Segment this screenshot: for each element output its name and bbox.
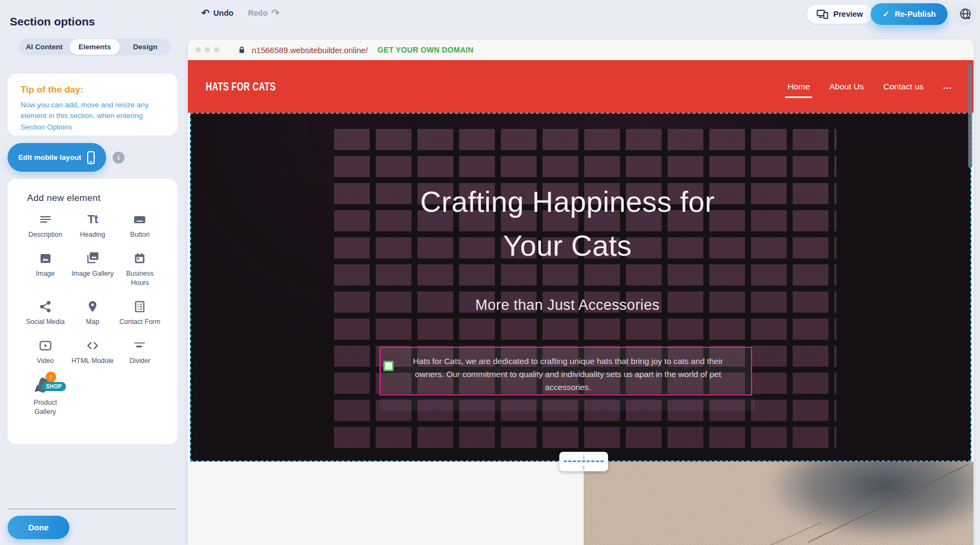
- add-element-product-gallery[interactable]: SHOP Product Gallery: [22, 376, 69, 417]
- hero-title: Crafting Happiness for Your Cats: [224, 180, 911, 268]
- add-element-image[interactable]: Image: [22, 250, 69, 288]
- sidebar-tabbar: AI Content Elements Design: [19, 38, 171, 55]
- image-gallery-icon: [85, 250, 100, 265]
- share-icon: [38, 299, 53, 314]
- hero-title-line1: Crafting Happiness for: [224, 180, 911, 224]
- add-element-label: Contact Form: [119, 317, 160, 327]
- add-element-button[interactable]: Button: [116, 211, 164, 239]
- page-title: Section options: [10, 15, 95, 28]
- undo-icon: [201, 7, 210, 19]
- url-text[interactable]: n1566589.websitebuilder.online/: [252, 46, 368, 55]
- hero-paragraph: Hats for Cats, we are dedicated to craft…: [399, 355, 737, 394]
- check-icon: [883, 9, 890, 19]
- republish-label: Re-Publish: [895, 10, 936, 18]
- language-globe-button[interactable]: [954, 3, 977, 25]
- browser-dot: [195, 47, 201, 53]
- code-icon: [85, 338, 100, 353]
- add-element-divider[interactable]: Divider: [116, 338, 164, 366]
- selected-paragraph-element[interactable]: Hats for Cats, we are dedicated to craft…: [380, 347, 752, 395]
- hero-section[interactable]: Crafting Happiness for Your Cats More th…: [190, 113, 971, 462]
- next-section-white-area: [188, 462, 584, 545]
- app-window: Section options Undo Redo Preview Re-Pub…: [0, 0, 980, 545]
- arrow-down-icon: [582, 451, 586, 459]
- nav-item-contact-us[interactable]: Contact us: [884, 82, 924, 92]
- add-element-label: Divider: [129, 356, 151, 366]
- add-element-grid: Description Heading Button Image: [8, 211, 178, 417]
- lock-icon: [237, 45, 246, 55]
- photo-shadow-blob: [768, 462, 974, 540]
- add-element-label: Social Media: [26, 317, 65, 327]
- edit-mobile-label: Edit mobile layout: [18, 153, 81, 161]
- smartphone-icon: [87, 151, 95, 165]
- info-button[interactable]: [113, 152, 125, 164]
- add-element-label: Description: [28, 230, 62, 239]
- form-icon: [133, 299, 147, 314]
- photo-crack-line: [762, 522, 822, 545]
- browser-dot: [205, 47, 210, 53]
- browser-bar: n1566589.websitebuilder.online/ GET YOUR…: [188, 40, 974, 60]
- redo-button[interactable]: Redo: [248, 7, 279, 19]
- site-header: HATS FOR CATS Home About Us Contact us .…: [188, 60, 974, 113]
- add-element-label: Button: [130, 230, 149, 239]
- add-element-html-module[interactable]: HTML Module: [69, 338, 116, 366]
- redo-label: Redo: [248, 9, 267, 17]
- add-element-panel: Add new element Description Heading Butt…: [8, 179, 178, 444]
- arrow-up-icon: [582, 464, 586, 472]
- map-pin-icon: [86, 299, 100, 314]
- add-element-label: Map: [86, 317, 99, 327]
- nav-item-about-us[interactable]: About Us: [829, 82, 864, 92]
- browser-dot: [214, 47, 219, 53]
- nav-item-home[interactable]: Home: [787, 82, 809, 92]
- globe-icon: [958, 7, 972, 21]
- add-element-title: Add new element: [27, 193, 178, 204]
- done-button[interactable]: Done: [8, 516, 69, 539]
- site-logo[interactable]: HATS FOR CATS: [206, 80, 276, 93]
- devices-icon: [816, 9, 828, 20]
- add-element-image-gallery[interactable]: Image Gallery: [69, 250, 116, 288]
- sidebar-divider: [8, 509, 177, 509]
- tip-body: Now you can add, move and resize any ele…: [21, 100, 165, 133]
- nav-more-button[interactable]: ...: [943, 85, 952, 88]
- undo-button[interactable]: Undo: [201, 7, 233, 19]
- add-element-label: Heading: [80, 230, 106, 239]
- selection-resize-handle[interactable]: [383, 361, 394, 371]
- add-element-social-media[interactable]: Social Media: [22, 299, 69, 327]
- text-lines-icon: [38, 211, 53, 226]
- tab-elements[interactable]: Elements: [70, 39, 119, 55]
- tip-of-the-day-card: Tip of the day: Now you can add, move an…: [8, 74, 178, 135]
- heading-icon: [88, 211, 98, 226]
- section-height-resize-handle[interactable]: [559, 452, 608, 471]
- add-element-label: Image: [36, 269, 55, 278]
- tab-design[interactable]: Design: [121, 39, 170, 55]
- add-element-video[interactable]: Video: [22, 338, 69, 366]
- preview-button[interactable]: Preview: [806, 4, 873, 24]
- add-element-contact-form[interactable]: Contact Form: [116, 299, 164, 327]
- tip-title: Tip of the day:: [21, 85, 165, 95]
- image-icon: [38, 250, 53, 265]
- site-nav: Home About Us Contact us ...: [787, 82, 952, 92]
- info-icon: [117, 153, 119, 161]
- add-element-map[interactable]: Map: [69, 299, 116, 327]
- add-element-business-hours[interactable]: Business Hours: [116, 250, 164, 288]
- shop-badge: SHOP: [42, 382, 67, 391]
- add-element-label: HTML Module: [71, 356, 114, 366]
- hero-subtitle: More than Just Accessories: [224, 297, 911, 314]
- republish-button[interactable]: Re-Publish: [871, 3, 948, 25]
- add-element-label: Business Hours: [118, 269, 161, 288]
- button-icon: [132, 211, 147, 226]
- video-icon: [38, 338, 53, 353]
- redo-icon: [271, 7, 279, 19]
- add-element-description[interactable]: Description: [22, 211, 69, 239]
- site-preview-canvas: n1566589.websitebuilder.online/ GET YOUR…: [188, 40, 974, 545]
- tab-ai-content[interactable]: AI Content: [19, 39, 69, 55]
- get-your-own-domain-link[interactable]: GET YOUR OWN DOMAIN: [377, 46, 473, 54]
- undo-label: Undo: [213, 9, 233, 17]
- canvas-scrollbar[interactable]: [968, 64, 972, 168]
- add-element-heading[interactable]: Heading: [69, 211, 116, 239]
- element-hover-strip: [380, 398, 755, 411]
- add-element-label: Image Gallery: [71, 269, 114, 278]
- calendar-icon: [133, 250, 147, 265]
- next-section-photo: [584, 462, 974, 545]
- edit-mobile-layout-button[interactable]: Edit mobile layout: [8, 143, 106, 172]
- divider-icon: [133, 338, 147, 353]
